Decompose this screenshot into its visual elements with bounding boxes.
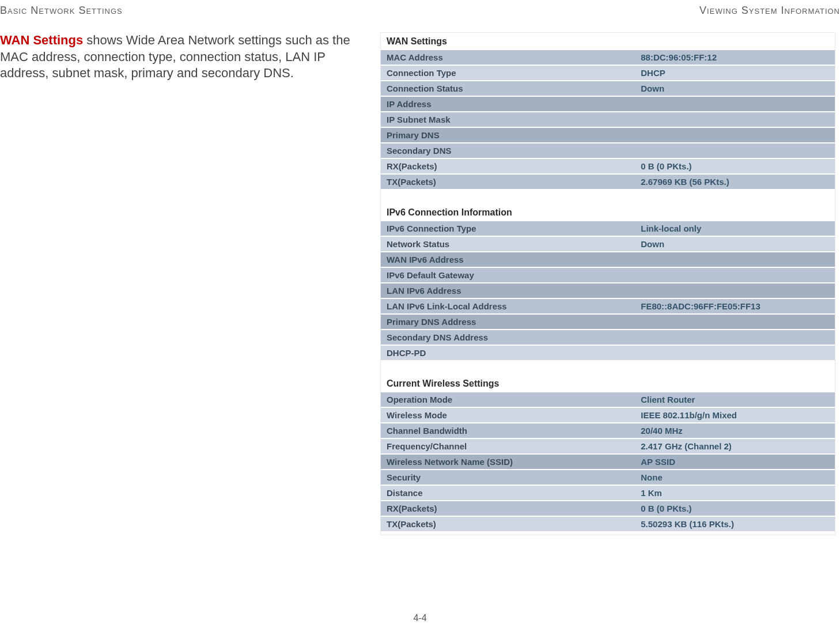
wan-sdns-label: Secondary DNS bbox=[381, 143, 635, 158]
wan-ctype-label: Connection Type bbox=[381, 66, 635, 80]
wless-distance-value: 1 Km bbox=[635, 486, 835, 500]
table-row: Secondary DNS Address bbox=[381, 330, 835, 345]
wless-rx-label: RX(Packets) bbox=[381, 501, 635, 516]
wan-rx-label: RX(Packets) bbox=[381, 159, 635, 173]
table-row: Operation ModeClient Router bbox=[381, 392, 835, 407]
wan-subnet-value bbox=[635, 112, 835, 127]
ipv6-lanaddr-value bbox=[635, 283, 835, 298]
table-row: Wireless Network Name (SSID)AP SSID bbox=[381, 455, 835, 469]
wan-settings-table: MAC Address88:DC:96:05:FF:12 Connection … bbox=[381, 49, 835, 190]
wan-tx-label: TX(Packets) bbox=[381, 175, 635, 189]
ipv6-dhcppd-value bbox=[635, 346, 835, 360]
ipv6-lanaddr-label: LAN IPv6 Address bbox=[381, 283, 635, 298]
ipv6-linklocal-label: LAN IPv6 Link-Local Address bbox=[381, 299, 635, 313]
ipv6-wanaddr-label: WAN IPv6 Address bbox=[381, 252, 635, 267]
table-row: RX(Packets)0 B (0 PKts.) bbox=[381, 501, 835, 516]
table-row: WAN IPv6 Address bbox=[381, 252, 835, 267]
table-row: Wireless ModeIEEE 802.11b/g/n Mixed bbox=[381, 408, 835, 422]
table-row: LAN IPv6 Address bbox=[381, 283, 835, 298]
wan-tx-value: 2.67969 KB (56 PKts.) bbox=[635, 175, 835, 189]
table-row: RX(Packets)0 B (0 PKts.) bbox=[381, 159, 835, 173]
wan-ip-label: IP Address bbox=[381, 97, 635, 111]
ipv6-table: IPv6 Connection TypeLink-local only Netw… bbox=[381, 220, 835, 361]
wless-freq-label: Frequency/Channel bbox=[381, 439, 635, 453]
wless-security-label: Security bbox=[381, 470, 635, 485]
ipv6-dhcppd-label: DHCP-PD bbox=[381, 346, 635, 360]
wless-freq-value: 2.417 GHz (Channel 2) bbox=[635, 439, 835, 453]
wless-bw-value: 20/40 MHz bbox=[635, 423, 835, 438]
ipv6-ctype-label: IPv6 Connection Type bbox=[381, 221, 635, 236]
description-paragraph: WAN Settings shows Wide Area Network set… bbox=[0, 32, 380, 82]
wless-tx-value: 5.50293 KB (116 PKts.) bbox=[635, 517, 835, 531]
table-row: Primary DNS bbox=[381, 128, 835, 142]
wless-ssid-label: Wireless Network Name (SSID) bbox=[381, 455, 635, 469]
wireless-table: Operation ModeClient Router Wireless Mod… bbox=[381, 391, 835, 532]
page-header-left: Basic Network Settings bbox=[0, 5, 123, 17]
table-row: DHCP-PD bbox=[381, 346, 835, 360]
wless-ssid-value: AP SSID bbox=[635, 455, 835, 469]
wan-cstatus-label: Connection Status bbox=[381, 81, 635, 96]
settings-panel: WAN Settings MAC Address88:DC:96:05:FF:1… bbox=[380, 32, 835, 535]
table-row: Connection TypeDHCP bbox=[381, 66, 835, 80]
ipv6-ctype-value: Link-local only bbox=[635, 221, 835, 236]
ipv6-pdns-label: Primary DNS Address bbox=[381, 315, 635, 329]
ipv6-linklocal-value: FE80::8ADC:96FF:FE05:FF13 bbox=[635, 299, 835, 313]
table-row: Network StatusDown bbox=[381, 237, 835, 251]
table-row: IP Subnet Mask bbox=[381, 112, 835, 127]
wless-bw-label: Channel Bandwidth bbox=[381, 423, 635, 438]
wan-pdns-value bbox=[635, 128, 835, 142]
wan-subnet-label: IP Subnet Mask bbox=[381, 112, 635, 127]
ipv6-nstatus-value: Down bbox=[635, 237, 835, 251]
table-row: IPv6 Default Gateway bbox=[381, 268, 835, 282]
ipv6-pdns-value bbox=[635, 315, 835, 329]
table-row: TX(Packets)5.50293 KB (116 PKts.) bbox=[381, 517, 835, 531]
table-row: SecurityNone bbox=[381, 470, 835, 485]
table-row: Primary DNS Address bbox=[381, 315, 835, 329]
wless-distance-label: Distance bbox=[381, 486, 635, 500]
table-row: TX(Packets)2.67969 KB (56 PKts.) bbox=[381, 175, 835, 189]
table-row: Frequency/Channel2.417 GHz (Channel 2) bbox=[381, 439, 835, 453]
wan-cstatus-value: Down bbox=[635, 81, 835, 96]
wless-opmode-value: Client Router bbox=[635, 392, 835, 407]
wless-wmode-label: Wireless Mode bbox=[381, 408, 635, 422]
ipv6-sdns-label: Secondary DNS Address bbox=[381, 330, 635, 345]
wan-pdns-label: Primary DNS bbox=[381, 128, 635, 142]
wan-mac-label: MAC Address bbox=[381, 50, 635, 65]
wan-mac-value: 88:DC:96:05:FF:12 bbox=[635, 50, 835, 65]
wan-ctype-value: DHCP bbox=[635, 66, 835, 80]
ipv6-gateway-value bbox=[635, 268, 835, 282]
table-row: LAN IPv6 Link-Local AddressFE80::8ADC:96… bbox=[381, 299, 835, 313]
ipv6-nstatus-label: Network Status bbox=[381, 237, 635, 251]
page-header-right: Viewing System Information bbox=[699, 5, 840, 17]
wan-rx-value: 0 B (0 PKts.) bbox=[635, 159, 835, 173]
table-row: MAC Address88:DC:96:05:FF:12 bbox=[381, 50, 835, 65]
wless-opmode-label: Operation Mode bbox=[381, 392, 635, 407]
ipv6-section-title: IPv6 Connection Information bbox=[381, 204, 835, 220]
table-row: IPv6 Connection TypeLink-local only bbox=[381, 221, 835, 236]
ipv6-sdns-value bbox=[635, 330, 835, 345]
table-row: Secondary DNS bbox=[381, 143, 835, 158]
wless-tx-label: TX(Packets) bbox=[381, 517, 635, 531]
wan-settings-title: WAN Settings bbox=[381, 33, 835, 49]
description-title: WAN Settings bbox=[0, 33, 83, 47]
wless-wmode-value: IEEE 802.11b/g/n Mixed bbox=[635, 408, 835, 422]
table-row: Distance1 Km bbox=[381, 486, 835, 500]
wan-sdns-value bbox=[635, 143, 835, 158]
wireless-section-title: Current Wireless Settings bbox=[381, 375, 835, 391]
wan-ip-value bbox=[635, 97, 835, 111]
table-row: IP Address bbox=[381, 97, 835, 111]
ipv6-wanaddr-value bbox=[635, 252, 835, 267]
table-row: Connection StatusDown bbox=[381, 81, 835, 96]
ipv6-gateway-label: IPv6 Default Gateway bbox=[381, 268, 635, 282]
table-row: Channel Bandwidth20/40 MHz bbox=[381, 423, 835, 438]
wless-security-value: None bbox=[635, 470, 835, 485]
wless-rx-value: 0 B (0 PKts.) bbox=[635, 501, 835, 516]
page-number: 4-4 bbox=[413, 613, 426, 623]
